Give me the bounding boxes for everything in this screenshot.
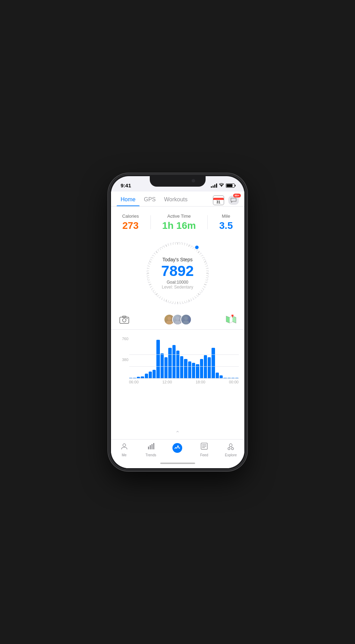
chart-bar [188, 361, 191, 378]
bottom-nav: Me Trends [111, 439, 244, 458]
chart-bar [204, 355, 207, 378]
nav-explore[interactable]: Explore [220, 442, 241, 457]
svg-line-29 [201, 290, 202, 291]
chart-bar [176, 351, 179, 378]
chart-area [129, 333, 239, 379]
svg-line-75 [164, 246, 165, 247]
status-icons [211, 183, 235, 188]
svg-point-91 [184, 316, 188, 320]
svg-rect-100 [150, 445, 151, 449]
signal-icon [211, 184, 217, 188]
chart-bar [200, 359, 203, 378]
nav-feed[interactable]: Feed [194, 442, 215, 457]
me-icon [120, 442, 128, 452]
chart-bar [223, 378, 227, 378]
svg-line-37 [186, 300, 187, 302]
svg-line-23 [206, 277, 208, 278]
chart-bar [228, 378, 231, 378]
svg-line-30 [199, 292, 201, 293]
svg-point-87 [167, 316, 171, 320]
calendar-button[interactable]: 31 [213, 195, 224, 205]
nav-me[interactable]: Me [114, 442, 135, 457]
chart-bar [141, 376, 144, 378]
chart-bar [235, 378, 238, 378]
wifi-icon [219, 183, 224, 188]
svg-point-88 [166, 320, 172, 324]
chart-bar [220, 375, 223, 378]
chart-bar [180, 356, 183, 378]
activity-icon [172, 443, 183, 455]
svg-point-109 [228, 448, 230, 450]
svg-rect-102 [153, 443, 154, 449]
svg-line-44 [170, 301, 171, 303]
svg-line-67 [150, 259, 152, 260]
battery-icon [226, 184, 235, 188]
svg-line-45 [168, 300, 169, 302]
svg-line-43 [173, 301, 173, 303]
steps-circle[interactable]: Today's Steps 7892 Goal:10000 Level: Sed… [143, 238, 213, 308]
svg-line-14 [202, 257, 204, 258]
chart-section: 760 380 06:00 12:00 18:00 00:00 [111, 329, 244, 427]
svg-line-36 [188, 299, 189, 301]
svg-line-39 [182, 301, 182, 303]
svg-point-92 [183, 320, 189, 324]
chart-bar [137, 377, 140, 378]
trends-icon [147, 442, 155, 452]
svg-point-0 [221, 186, 222, 187]
svg-line-46 [166, 299, 167, 301]
actions-row [111, 313, 244, 329]
avatars-group[interactable] [164, 314, 192, 325]
chart-bar [231, 378, 235, 378]
steps-section: Today's Steps 7892 Goal:10000 Level: Sed… [111, 235, 244, 313]
feed-icon [200, 442, 208, 452]
camera-dot [192, 179, 195, 182]
chart-bar [184, 359, 187, 378]
svg-line-24 [205, 280, 207, 280]
svg-line-73 [160, 248, 161, 250]
chart-x-labels: 06:00 12:00 18:00 00:00 [129, 379, 239, 385]
chart-bar [161, 353, 164, 378]
chart-bar [149, 372, 152, 378]
home-indicator [111, 458, 244, 468]
chart-bar [212, 348, 215, 378]
stat-divider-2 [207, 215, 208, 229]
top-tabs: Home GPS Workouts 31 [111, 192, 244, 207]
status-time: 9:41 [121, 182, 131, 188]
chart-bar [129, 378, 132, 378]
pull-handle[interactable]: ⌃ [111, 427, 244, 439]
camera-button[interactable] [118, 313, 131, 326]
svg-rect-85 [123, 316, 126, 317]
tab-home[interactable]: Home [117, 194, 140, 206]
tab-workouts[interactable]: Workouts [160, 194, 192, 206]
chart-bar [133, 378, 136, 378]
tab-gps[interactable]: GPS [140, 194, 160, 206]
svg-line-9 [194, 248, 196, 250]
stats-row: Calories 273 Active Time 1h 16m Mile 3.5 [111, 207, 244, 235]
svg-line-38 [184, 301, 185, 303]
svg-line-53 [153, 290, 154, 291]
svg-line-15 [203, 259, 205, 260]
stat-active-time: Active Time 1h 16m [162, 214, 196, 231]
stat-mile: Mile 3.5 [219, 214, 233, 231]
app-content: Home GPS Workouts 31 [111, 192, 244, 468]
chart-bar [156, 340, 160, 378]
chart-bar [153, 370, 156, 378]
notch [150, 176, 206, 187]
svg-line-31 [198, 293, 199, 294]
svg-rect-101 [151, 444, 153, 449]
svg-point-90 [175, 320, 181, 324]
svg-rect-99 [148, 447, 149, 449]
svg-line-74 [162, 247, 163, 248]
chat-button[interactable]: 99+ [228, 196, 239, 205]
map-button[interactable] [225, 313, 237, 326]
chart-bar [145, 374, 148, 378]
svg-point-108 [229, 444, 232, 447]
nav-trends[interactable]: Trends [140, 442, 161, 457]
explore-icon [227, 442, 235, 452]
svg-line-17 [205, 263, 207, 264]
svg-point-110 [231, 448, 234, 450]
svg-line-16 [204, 261, 206, 262]
svg-line-68 [151, 257, 153, 258]
nav-activity[interactable] [167, 443, 188, 456]
chart-bar [192, 363, 195, 378]
